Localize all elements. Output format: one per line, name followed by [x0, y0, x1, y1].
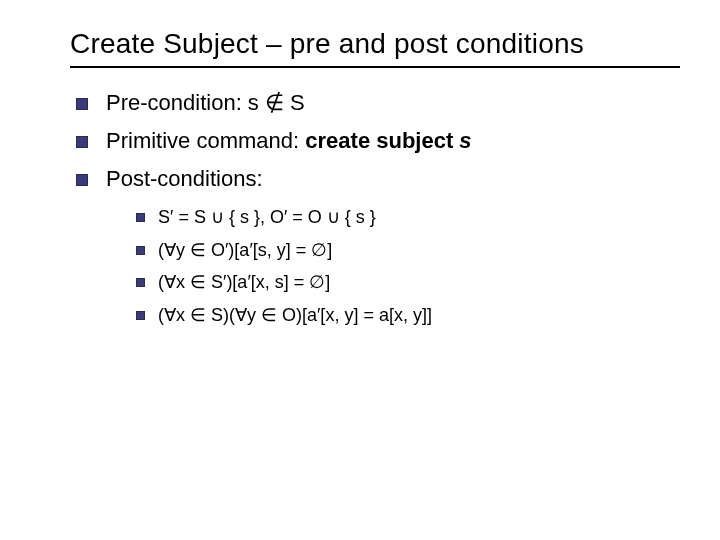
bullet-primitive-command: Primitive command: create subject s [70, 124, 680, 158]
sub-bullet-3: (∀x ∈ S′)[a′[x, s] = ∅] [132, 267, 680, 298]
sub-bullet-2: (∀y ∈ O′)[a′[s, y] = ∅] [132, 235, 680, 266]
title-underline [70, 66, 680, 68]
precond-prefix: Pre-condition: s [106, 90, 265, 115]
bullet-precondition: Pre-condition: s ∉ S [70, 86, 680, 120]
slide-title: Create Subject – pre and post conditions [70, 28, 680, 60]
top-bullet-list: Pre-condition: s ∉ S Primitive command: … [70, 86, 680, 331]
primcmd-bold: create subject [305, 128, 459, 153]
primcmd-italic-s: s [459, 128, 471, 153]
sub-bullet-1: S′ = S ∪ { s }, O′ = O ∪ { s } [132, 202, 680, 233]
primcmd-prefix: Primitive command: [106, 128, 305, 153]
slide: Create Subject – pre and post conditions… [0, 0, 720, 540]
postcond-label: Post-conditions: [106, 166, 263, 191]
sub-bullet-4: (∀x ∈ S)(∀y ∈ O)[a′[x, y] = a[x, y]] [132, 300, 680, 331]
notin-symbol: ∉ [265, 90, 284, 115]
sub-bullet-list: S′ = S ∪ { s }, O′ = O ∪ { s } (∀y ∈ O′)… [132, 202, 680, 330]
bullet-postconditions: Post-conditions: S′ = S ∪ { s }, O′ = O … [70, 162, 680, 330]
precond-suffix: S [284, 90, 305, 115]
